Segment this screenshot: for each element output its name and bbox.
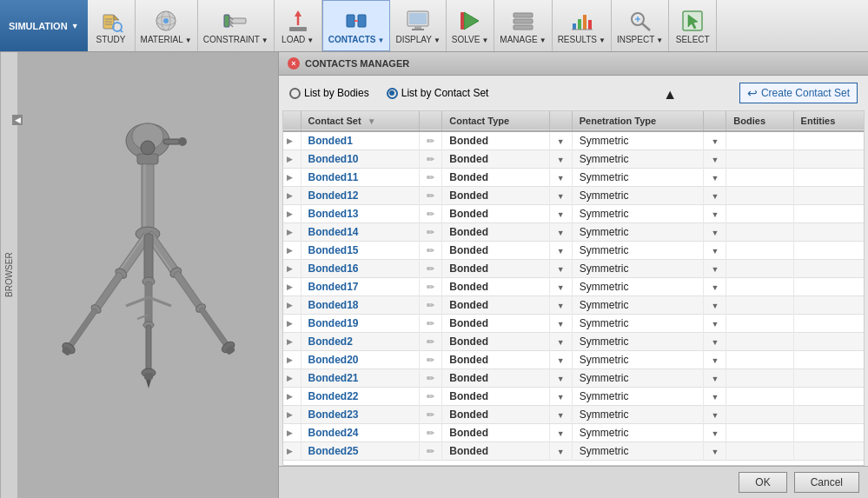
toolbar-load[interactable]: LOAD (275, 0, 322, 51)
row-expand-arrow[interactable]: ▶ (283, 260, 301, 278)
toolbar-constraint[interactable]: CONSTRAINT (198, 0, 275, 51)
row-expand-arrow[interactable]: ▶ (283, 406, 301, 424)
table-row[interactable]: ▶ Bonded25 ✏ Bonded ▼ Symmetric ▼ (283, 442, 864, 461)
penetration-arrow[interactable]: ▼ (704, 388, 726, 406)
contact-set-name[interactable]: Bonded21 (301, 369, 420, 388)
contact-type-arrow[interactable]: ▼ (549, 351, 572, 369)
contact-set-name[interactable]: Bonded17 (301, 278, 420, 296)
table-row[interactable]: ▶ Bonded23 ✏ Bonded ▼ Symmetric ▼ (283, 406, 864, 424)
table-row[interactable]: ▶ Bonded19 ✏ Bonded ▼ Symmetric ▼ (283, 315, 864, 333)
row-expand-arrow[interactable]: ▶ (283, 424, 301, 442)
table-row[interactable]: ▶ Bonded21 ✏ Bonded ▼ Symmetric ▼ (283, 369, 864, 388)
simulation-menu[interactable]: SIMULATION (0, 0, 88, 51)
toolbar-select[interactable]: SELECT (669, 0, 717, 51)
th-contact-set[interactable]: Contact Set ▼ (301, 111, 420, 131)
panel-close-button[interactable]: × (288, 57, 300, 70)
edit-cell[interactable]: ✏ (420, 169, 442, 187)
edit-cell[interactable]: ✏ (420, 242, 442, 260)
edit-cell[interactable]: ✏ (420, 406, 442, 424)
toolbar-manage[interactable]: MANAGE (494, 0, 552, 51)
edit-cell[interactable]: ✏ (420, 351, 442, 369)
table-row[interactable]: ▶ Bonded15 ✏ Bonded ▼ Symmetric ▼ (283, 242, 864, 260)
row-expand-arrow[interactable]: ▶ (283, 242, 301, 260)
contact-set-name[interactable]: Bonded11 (301, 169, 420, 187)
th-bodies[interactable]: Bodies (726, 111, 793, 131)
row-expand-arrow[interactable]: ▶ (283, 315, 301, 333)
th-penetration-type[interactable]: Penetration Type (572, 111, 704, 131)
penetration-arrow[interactable]: ▼ (704, 424, 726, 442)
table-row[interactable]: ▶ Bonded2 ✏ Bonded ▼ Symmetric ▼ (283, 333, 864, 351)
table-row[interactable]: ▶ Bonded12 ✏ Bonded ▼ Symmetric ▼ (283, 187, 864, 205)
toolbar-solve[interactable]: SOLVE (447, 0, 495, 51)
row-expand-arrow[interactable]: ▶ (283, 369, 301, 388)
penetration-arrow[interactable]: ▼ (704, 351, 726, 369)
contact-set-name[interactable]: Bonded10 (301, 150, 420, 169)
contact-set-name[interactable]: Bonded13 (301, 205, 420, 223)
contact-set-name[interactable]: Bonded12 (301, 187, 420, 205)
toolbar-material[interactable]: MATERIAL (136, 0, 198, 51)
penetration-arrow[interactable]: ▼ (704, 315, 726, 333)
edit-cell[interactable]: ✏ (420, 388, 442, 406)
penetration-arrow[interactable]: ▼ (704, 131, 726, 150)
ok-button[interactable]: OK (739, 472, 786, 493)
toolbar-study[interactable]: STUDY (88, 0, 136, 51)
penetration-arrow[interactable]: ▼ (704, 260, 726, 278)
row-expand-arrow[interactable]: ▶ (283, 169, 301, 187)
penetration-arrow[interactable]: ▼ (704, 187, 726, 205)
edit-cell[interactable]: ✏ (420, 333, 442, 351)
row-expand-arrow[interactable]: ▶ (283, 333, 301, 351)
contact-set-name[interactable]: Bonded25 (301, 442, 420, 461)
edit-cell[interactable]: ✏ (420, 424, 442, 442)
cancel-button[interactable]: Cancel (794, 472, 859, 493)
penetration-arrow[interactable]: ▼ (704, 169, 726, 187)
th-entities[interactable]: Entities (793, 111, 864, 131)
toolbar-results[interactable]: RESULTS (553, 0, 612, 51)
row-expand-arrow[interactable]: ▶ (283, 223, 301, 242)
contact-type-arrow[interactable]: ▼ (549, 406, 572, 424)
row-expand-arrow[interactable]: ▶ (283, 278, 301, 296)
row-expand-arrow[interactable]: ▶ (283, 187, 301, 205)
row-expand-arrow[interactable]: ▶ (283, 150, 301, 169)
table-row[interactable]: ▶ Bonded13 ✏ Bonded ▼ Symmetric ▼ (283, 205, 864, 223)
contact-type-arrow[interactable]: ▼ (549, 296, 572, 315)
edit-cell[interactable]: ✏ (420, 131, 442, 150)
contact-type-arrow[interactable]: ▼ (549, 187, 572, 205)
contact-type-arrow[interactable]: ▼ (549, 205, 572, 223)
table-row[interactable]: ▶ Bonded14 ✏ Bonded ▼ Symmetric ▼ (283, 223, 864, 242)
contact-type-arrow[interactable]: ▼ (549, 242, 572, 260)
filter-contact-set-icon[interactable]: ▼ (368, 116, 376, 126)
contact-type-arrow[interactable]: ▼ (549, 369, 572, 388)
contact-set-name[interactable]: Bonded1 (301, 131, 420, 150)
radio-list-by-contact-set[interactable]: List by Contact Set (387, 87, 489, 99)
table-row[interactable]: ▶ Bonded17 ✏ Bonded ▼ Symmetric ▼ (283, 278, 864, 296)
table-row[interactable]: ▶ Bonded10 ✏ Bonded ▼ Symmetric ▼ (283, 150, 864, 169)
contact-type-arrow[interactable]: ▼ (549, 388, 572, 406)
edit-cell[interactable]: ✏ (420, 150, 442, 169)
contact-set-name[interactable]: Bonded15 (301, 242, 420, 260)
toolbar-display[interactable]: DISPLAY (390, 0, 446, 51)
create-contact-set-button[interactable]: ↩ Create Contact Set (739, 83, 858, 103)
row-expand-arrow[interactable]: ▶ (283, 131, 301, 150)
edit-cell[interactable]: ✏ (420, 442, 442, 461)
contact-type-arrow[interactable]: ▼ (549, 223, 572, 242)
edit-cell[interactable]: ✏ (420, 315, 442, 333)
table-row[interactable]: ▶ Bonded18 ✏ Bonded ▼ Symmetric ▼ (283, 296, 864, 315)
contact-type-arrow[interactable]: ▼ (549, 278, 572, 296)
contact-type-arrow[interactable]: ▼ (549, 333, 572, 351)
edit-cell[interactable]: ✏ (420, 187, 442, 205)
edit-cell[interactable]: ✏ (420, 205, 442, 223)
contact-type-arrow[interactable]: ▼ (549, 442, 572, 461)
penetration-arrow[interactable]: ▼ (704, 333, 726, 351)
penetration-arrow[interactable]: ▼ (704, 223, 726, 242)
radio-list-by-bodies[interactable]: List by Bodies (289, 87, 369, 99)
row-expand-arrow[interactable]: ▶ (283, 205, 301, 223)
edit-cell[interactable]: ✏ (420, 223, 442, 242)
table-row[interactable]: ▶ Bonded24 ✏ Bonded ▼ Symmetric ▼ (283, 424, 864, 442)
penetration-arrow[interactable]: ▼ (704, 150, 726, 169)
penetration-arrow[interactable]: ▼ (704, 242, 726, 260)
contact-type-arrow[interactable]: ▼ (549, 260, 572, 278)
contact-type-arrow[interactable]: ▼ (549, 131, 572, 150)
penetration-arrow[interactable]: ▼ (704, 278, 726, 296)
edit-cell[interactable]: ✏ (420, 278, 442, 296)
edit-cell[interactable]: ✏ (420, 369, 442, 388)
